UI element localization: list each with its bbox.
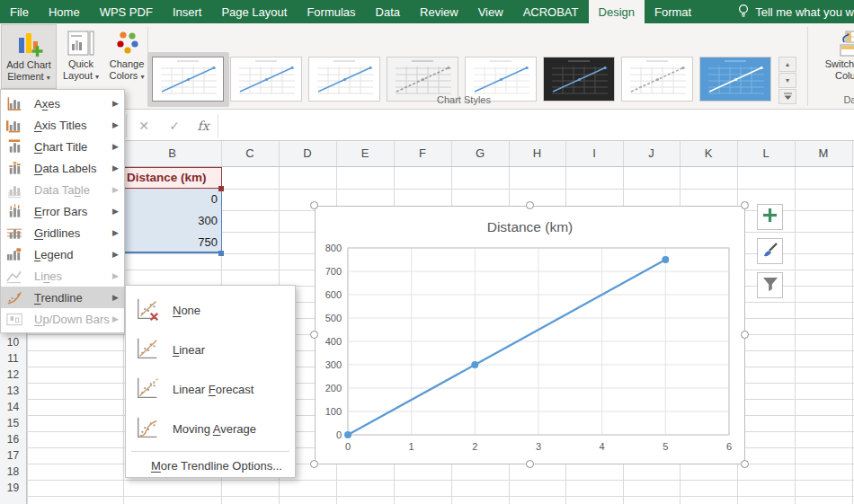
chart-canvas: Distance (km)010020030040050060070080001… xyxy=(316,207,744,464)
row-header-19[interactable]: 19 xyxy=(0,480,26,496)
tab-file[interactable]: File xyxy=(0,0,39,23)
enter-button[interactable]: ✓ xyxy=(162,111,187,141)
tab-wps-pdf[interactable]: WPS PDF xyxy=(90,0,163,23)
chart-resize-handle[interactable] xyxy=(310,201,318,209)
tab-format[interactable]: Format xyxy=(645,0,701,23)
submenu-arrow-icon: ▶ xyxy=(112,228,119,237)
cell-distance-header[interactable]: Distance (km) xyxy=(123,167,222,189)
row-header-18[interactable]: 18 xyxy=(0,464,26,480)
formula-input[interactable] xyxy=(221,111,854,140)
submenu-item-none[interactable]: None xyxy=(126,290,295,330)
tab-review[interactable]: Review xyxy=(410,0,468,23)
cell-value-300[interactable]: 300 xyxy=(123,210,222,232)
submenu-arrow-icon: ▶ xyxy=(112,142,119,151)
column-header-c[interactable]: C xyxy=(221,141,279,166)
tell-me-box[interactable]: Tell me what you w xyxy=(730,0,854,23)
submenu-item-linear-forecast[interactable]: Linear Forecast xyxy=(126,369,295,409)
chart-resize-handle[interactable] xyxy=(526,201,534,209)
row-header-10[interactable]: 10 xyxy=(0,334,26,350)
svg-text:4: 4 xyxy=(600,441,605,452)
chart-resize-handle[interactable] xyxy=(310,331,318,339)
row-header-17[interactable]: 17 xyxy=(0,447,26,464)
row-header-16[interactable]: 16 xyxy=(0,431,26,447)
menu-item-data-table: Data Table▶ xyxy=(1,179,124,200)
column-header-e[interactable]: E xyxy=(336,141,394,166)
submenu-item-moving-average[interactable]: Moving Average xyxy=(126,409,295,448)
menu-item-label: Error Bars xyxy=(34,205,87,218)
row-header-13[interactable]: 13 xyxy=(0,383,26,399)
row-header-14[interactable]: 14 xyxy=(0,399,26,415)
tab-view[interactable]: View xyxy=(468,0,513,23)
dropdown-arrow-icon: ▾ xyxy=(47,74,50,82)
menu-item-gridlines[interactable]: Gridlines▶ xyxy=(1,222,124,243)
menu-item-chart-title[interactable]: Chart Title▶ xyxy=(1,136,124,157)
chart-resize-handle[interactable] xyxy=(741,331,749,339)
cancel-button[interactable]: ✕ xyxy=(131,111,156,141)
column-header-g[interactable]: G xyxy=(451,141,509,166)
chart-resize-handle[interactable] xyxy=(310,460,318,468)
gallery-scroll-down-button[interactable]: ▾ xyxy=(778,73,796,88)
column-header-h[interactable]: H xyxy=(509,141,565,166)
menu-item-label: Axes xyxy=(34,97,60,111)
tab-acrobat[interactable]: ACROBAT xyxy=(513,0,589,23)
switch-row-column-button[interactable]: Switch Row/ Column xyxy=(814,24,854,89)
menu-item-label: Axis Titles xyxy=(34,119,87,132)
menu-item-axis-titles[interactable]: Axis Titles▶ xyxy=(1,114,124,136)
gallery-scroll-up-button[interactable]: ▴ xyxy=(778,57,796,72)
submenu-arrow-icon: ▶ xyxy=(112,271,119,280)
add-chart-element-label: Add Chart xyxy=(6,59,51,71)
menu-item-data-labels[interactable]: Data Labels▶ xyxy=(1,157,124,179)
insert-function-button[interactable]: fx xyxy=(191,111,216,141)
tab-insert[interactable]: Insert xyxy=(163,0,212,23)
svg-text:0: 0 xyxy=(336,429,342,440)
column-header-f[interactable]: F xyxy=(394,141,451,166)
submenu-arrow-icon: ▶ xyxy=(112,120,119,129)
submenu-item-linear[interactable]: Linear xyxy=(126,330,295,369)
error-bars-icon xyxy=(5,203,23,219)
submenu-separator xyxy=(131,451,289,452)
red-range-handle[interactable] xyxy=(218,186,224,191)
column-header-m[interactable]: M xyxy=(795,141,852,166)
row-header-12[interactable]: 12 xyxy=(0,367,26,383)
tab-page-layout[interactable]: Page Layout xyxy=(211,0,297,23)
svg-text:700: 700 xyxy=(325,266,342,277)
row-header-11[interactable]: 11 xyxy=(0,350,26,367)
tab-design[interactable]: Design xyxy=(589,0,645,23)
column-header-d[interactable]: D xyxy=(279,141,336,166)
menu-item-legend[interactable]: Legend▶ xyxy=(1,243,124,265)
chart-elements-button[interactable] xyxy=(757,204,783,230)
quick-layout-button[interactable]: Quick Layout ▾ xyxy=(58,24,103,89)
tab-data[interactable]: Data xyxy=(366,0,410,23)
add-chart-element-button[interactable]: Add Chart Element ▾ xyxy=(1,24,57,89)
column-header-l[interactable]: L xyxy=(737,141,795,166)
change-colors-button[interactable]: Change Colors ▾ xyxy=(105,24,148,89)
column-header-k[interactable]: K xyxy=(680,141,737,166)
menu-item-trendline[interactable]: Trendline▶ xyxy=(1,287,124,308)
column-header-i[interactable]: I xyxy=(565,141,623,166)
chart-resize-handle[interactable] xyxy=(526,460,534,468)
more-trendline-options-item[interactable]: More Trendline Options... xyxy=(126,454,295,477)
column-header-b[interactable]: B xyxy=(123,141,221,166)
submenu-arrow-icon: ▶ xyxy=(112,185,119,194)
tab-home[interactable]: Home xyxy=(39,0,90,23)
chart-resize-handle[interactable] xyxy=(741,460,749,468)
chart-filters-button[interactable] xyxy=(757,272,783,298)
cell-value-0[interactable]: 0 xyxy=(123,189,222,210)
chart-styles-button[interactable] xyxy=(757,238,783,264)
chart-resize-handle[interactable] xyxy=(741,201,749,209)
name-box-divider xyxy=(126,114,127,137)
cell-value-750[interactable]: 750 xyxy=(123,232,222,253)
tab-formulas[interactable]: Formulas xyxy=(297,0,365,23)
embedded-chart[interactable]: Distance (km)010020030040050060070080001… xyxy=(315,206,745,464)
menu-item-error-bars[interactable]: Error Bars▶ xyxy=(1,200,124,222)
tell-me-label: Tell me what you w xyxy=(755,5,854,19)
blue-range-handle[interactable] xyxy=(218,251,224,256)
svg-text:1: 1 xyxy=(409,441,414,452)
menu-item-label: Data Table xyxy=(34,183,90,197)
trendline-submenu: NoneLinearLinear ForecastMoving Average … xyxy=(125,285,296,478)
gallery-more-styles-button[interactable] xyxy=(778,89,796,104)
column-header-j[interactable]: J xyxy=(623,141,680,166)
menu-item-axes[interactable]: Axes▶ xyxy=(1,93,124,114)
menu-item-label: Chart Title xyxy=(34,140,87,154)
row-header-15[interactable]: 15 xyxy=(0,415,26,431)
